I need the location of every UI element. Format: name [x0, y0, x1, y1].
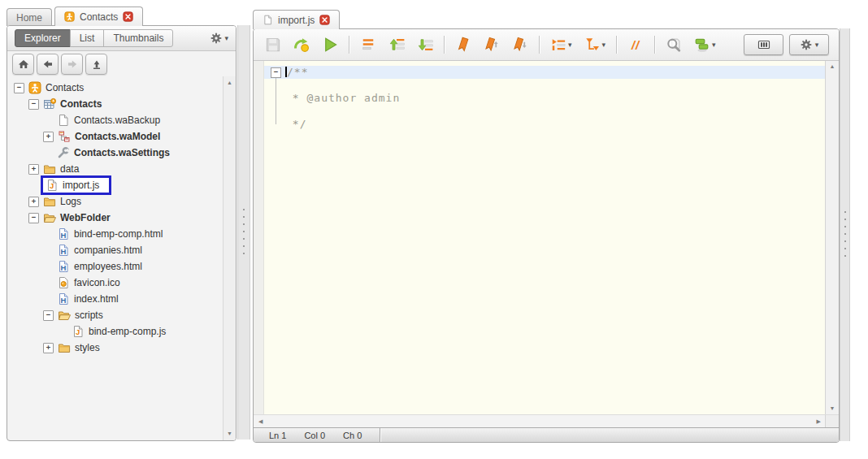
- tree-item-label: scripts: [75, 310, 103, 321]
- scroll-down-icon[interactable]: ▼: [227, 431, 232, 437]
- close-icon[interactable]: [319, 15, 330, 25]
- tab-contacts[interactable]: Contacts: [54, 6, 143, 26]
- tree-item[interactable]: Hcompanies.html: [7, 242, 224, 258]
- expand-icon[interactable]: +: [28, 197, 39, 207]
- folder-open-icon: [43, 211, 56, 224]
- move-line-down-button[interactable]: [415, 35, 435, 54]
- editor-vertical-scrollbar[interactable]: ▲ ▼: [825, 61, 839, 414]
- view-tab-list[interactable]: List: [70, 29, 105, 47]
- view-tab-explorer[interactable]: Explorer: [15, 29, 71, 47]
- scroll-up-icon[interactable]: ▲: [227, 80, 232, 86]
- svg-text:H: H: [61, 263, 67, 272]
- tree-item-label: Contacts: [46, 82, 84, 93]
- tree-item[interactable]: favicon.ico: [7, 275, 224, 291]
- tree-item[interactable]: Jimport.js: [7, 177, 224, 193]
- scroll-down-icon[interactable]: ▼: [830, 405, 835, 412]
- fold-gutter: [264, 118, 285, 131]
- columns-view-button[interactable]: [744, 34, 783, 55]
- tree-item[interactable]: −Contacts: [7, 96, 224, 112]
- tree-item[interactable]: +styles: [7, 340, 224, 356]
- explorer-options-button[interactable]: ▾: [210, 32, 228, 45]
- html-icon: H: [57, 292, 70, 305]
- move-line-up-button[interactable]: [387, 35, 406, 54]
- tree-item[interactable]: Hbind-emp-comp.html: [7, 226, 224, 242]
- text-cursor: [285, 67, 287, 77]
- editor-tab-bar: import.js: [253, 10, 342, 29]
- tree-item[interactable]: −Contacts: [7, 80, 224, 96]
- tree-item[interactable]: Hindex.html: [7, 291, 224, 307]
- code-line[interactable]: [264, 79, 825, 92]
- save-button[interactable]: [263, 35, 283, 54]
- previous-bookmark-icon: [484, 37, 500, 53]
- folder-icon: [43, 195, 56, 208]
- format-code-icon: [360, 37, 376, 53]
- editor-area: −/** * @author admin */ ▲ ▼: [254, 61, 839, 414]
- home-button[interactable]: [12, 54, 34, 75]
- tree-item[interactable]: +Contacts.waModel: [7, 128, 224, 145]
- tree-item-label: Contacts.waBackup: [74, 115, 160, 126]
- fold-toggle-icon[interactable]: −: [271, 67, 281, 78]
- panel-splitter-right[interactable]: [840, 28, 850, 441]
- splitter-grip-icon: [243, 209, 245, 256]
- scroll-right-icon[interactable]: ▶: [817, 418, 821, 425]
- close-icon[interactable]: [123, 11, 133, 22]
- tree-item-label: employees.html: [74, 261, 142, 272]
- tree-item[interactable]: Contacts.waBackup: [7, 112, 224, 128]
- toggle-comment-icon: //: [627, 37, 644, 53]
- scroll-up-icon[interactable]: ▲: [830, 63, 835, 70]
- expand-icon[interactable]: +: [43, 132, 54, 142]
- view-blocks-button[interactable]: ▾: [692, 35, 718, 54]
- search-button[interactable]: [664, 35, 684, 54]
- tree-item[interactable]: Hemployees.html: [7, 258, 224, 275]
- editor-horizontal-scrollbar[interactable]: ◀ ▶: [254, 414, 839, 427]
- forward-button[interactable]: [61, 54, 83, 75]
- tree-item[interactable]: −WebFolder: [7, 210, 224, 226]
- expand-icon[interactable]: +: [43, 343, 54, 353]
- scroll-left-icon[interactable]: ◀: [258, 418, 263, 425]
- code-line[interactable]: [264, 105, 825, 118]
- explorer-header: Explorer List Thumbnails ▾: [7, 26, 236, 51]
- view-tab-thumbnails[interactable]: Thumbnails: [103, 29, 173, 47]
- editor-settings-button[interactable]: ▾: [789, 34, 829, 55]
- tree-item-label: bind-emp-comp.js: [89, 326, 166, 337]
- previous-bookmark-button[interactable]: [482, 35, 501, 54]
- up-button[interactable]: [85, 54, 107, 75]
- chevron-down-icon: ▾: [224, 35, 228, 42]
- code-area[interactable]: −/** * @author admin */: [264, 61, 825, 414]
- expand-icon[interactable]: +: [28, 164, 39, 175]
- tree-item[interactable]: Contacts.waSettings: [7, 145, 224, 161]
- sort-functions-button[interactable]: ▾: [583, 35, 608, 54]
- tree-item-label: Logs: [60, 196, 81, 207]
- tree-scrollbar[interactable]: ▲ ▼: [223, 76, 236, 440]
- ico-icon: [57, 276, 70, 289]
- collapse-icon[interactable]: −: [28, 213, 39, 223]
- run-button[interactable]: [320, 35, 340, 54]
- code-line[interactable]: */: [264, 118, 825, 131]
- tree-item[interactable]: Jbind-emp-comp.js: [7, 323, 224, 340]
- outline-list-button[interactable]: ▾: [549, 35, 574, 54]
- collapse-icon[interactable]: −: [43, 310, 54, 321]
- tree-item[interactable]: −scripts: [7, 307, 224, 323]
- tree-item-label: bind-emp-comp.html: [74, 228, 163, 240]
- code-line[interactable]: −/**: [264, 66, 825, 79]
- collapse-icon[interactable]: −: [28, 99, 39, 110]
- panel-splitter-left[interactable]: [237, 25, 250, 440]
- code-line[interactable]: * @author admin: [264, 92, 825, 105]
- format-code-button[interactable]: [358, 35, 378, 54]
- fold-gutter: [264, 105, 285, 118]
- tree-item-label: Contacts.waModel: [75, 131, 160, 142]
- tree-item[interactable]: +data: [7, 161, 224, 177]
- wakanda-icon: [64, 11, 75, 22]
- check-syntax-button[interactable]: [292, 35, 311, 54]
- toggle-bookmark-button[interactable]: [454, 35, 473, 54]
- tree-item-label: import.js: [63, 180, 99, 191]
- toggle-comment-button[interactable]: //: [626, 35, 645, 54]
- collapse-icon[interactable]: −: [14, 83, 24, 93]
- tree-item[interactable]: +Logs: [7, 193, 224, 210]
- next-bookmark-button[interactable]: [510, 35, 530, 54]
- tab-home[interactable]: Home: [7, 8, 52, 26]
- toolbar-separator: [539, 36, 540, 54]
- tab-import-js[interactable]: import.js: [253, 10, 340, 29]
- folder-icon: [43, 162, 56, 175]
- back-button[interactable]: [37, 54, 59, 75]
